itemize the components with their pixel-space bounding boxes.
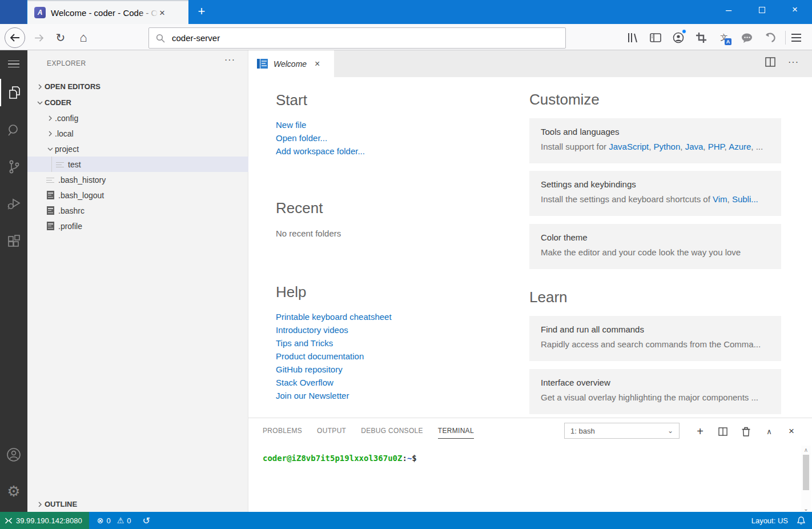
python-link[interactable]: Python (654, 142, 681, 151)
tree-row-project[interactable]: project (27, 141, 248, 157)
card-title: Find and run all commands (541, 324, 770, 334)
home-button[interactable]: ⌂ (76, 30, 91, 45)
library-glyph (627, 33, 638, 43)
learn-heading: Learn (529, 288, 568, 306)
outline-section[interactable]: OUTLINE (27, 496, 248, 512)
undo-icon[interactable] (762, 30, 778, 46)
stack-overflow-link[interactable]: Stack Overflow (276, 376, 392, 389)
search-icon (156, 34, 165, 43)
terminal-scrollbar[interactable]: ∧ ⌄ (801, 446, 811, 512)
browser-tab[interactable]: A Welcome - coder - Code - OS × (27, 0, 188, 24)
editor-more-actions[interactable]: ··· (788, 57, 799, 67)
tree-item-label: .profile (58, 222, 82, 231)
folder-root-row[interactable]: CODER (27, 95, 248, 110)
person-icon (6, 447, 21, 462)
card-title: Color theme (541, 233, 770, 242)
sidebar-toggle-icon[interactable] (648, 30, 664, 46)
add-workspace-folder-link[interactable]: Add workspace folder... (276, 145, 365, 158)
terminal-output[interactable]: coder@iZ8vb7it5p19lxxol367u0Z:~$ (263, 454, 417, 463)
tab-terminal[interactable]: TERMINAL (438, 427, 474, 435)
tree-item-label: .config (55, 114, 78, 123)
explorer-view-icon[interactable] (0, 79, 27, 106)
new-file-link[interactable]: New file (276, 118, 365, 131)
translate-icon[interactable]: 文 A (716, 30, 732, 46)
bell-icon[interactable] (797, 516, 805, 525)
scroll-up-icon[interactable]: ∧ (801, 446, 811, 454)
library-icon[interactable] (625, 30, 641, 46)
scrollbar-thumb[interactable] (803, 455, 809, 490)
settings-keybindings-card[interactable]: Settings and keybindings Install the set… (529, 171, 781, 216)
tab-problems[interactable]: PROBLEMS (263, 427, 302, 435)
welcome-page: Start New file Open folder... Add worksp… (248, 77, 812, 418)
editor-tab-bar: Welcome × ··· (248, 50, 812, 77)
settings-gear-icon[interactable]: ⚙ (0, 478, 27, 505)
account-view-icon[interactable] (0, 441, 27, 468)
tree-row-profile[interactable]: .profile (27, 218, 248, 234)
open-editors-section[interactable]: OPEN EDITORS (27, 79, 248, 94)
app-menu-icon[interactable] (0, 50, 27, 78)
screenshot-icon[interactable] (693, 30, 709, 46)
tree-row-test-selected[interactable]: test (27, 157, 248, 172)
keyboard-cheatsheet-link[interactable]: Printable keyboard cheatsheet (276, 310, 392, 323)
card-description: Make the editor and your code look the w… (541, 247, 770, 257)
tree-row-config[interactable]: .config (27, 110, 248, 126)
open-folder-link[interactable]: Open folder... (276, 131, 365, 145)
history-status[interactable]: ↺ (142, 515, 150, 526)
problems-status[interactable]: ⊗ 0 ⚠ 0 (97, 516, 131, 525)
split-terminal-button[interactable] (717, 425, 729, 438)
remote-host-badge[interactable]: 39.99.190.142:8080 (0, 512, 89, 529)
terminal-user-host: coder@iZ8vb7it5p19lxxol367u0Z (263, 454, 402, 463)
window-close-button[interactable]: × (782, 0, 808, 19)
tab-output[interactable]: OUTPUT (317, 427, 346, 435)
interface-overview-card[interactable]: Interface overview Get a visual overlay … (529, 369, 781, 414)
keyboard-layout-status[interactable]: Layout: US (751, 516, 788, 525)
tree-row-bashrc[interactable]: .bashrc (27, 203, 248, 218)
explorer-more-actions[interactable]: ··· (224, 55, 235, 65)
address-bar[interactable]: coder-server (148, 27, 566, 49)
tree-row-local[interactable]: .local (27, 126, 248, 141)
tree-row-bash-history[interactable]: .bash_history (27, 172, 248, 187)
search-view-icon[interactable] (0, 117, 27, 144)
scroll-down-icon[interactable]: ⌄ (801, 504, 811, 512)
kill-terminal-button[interactable] (739, 425, 752, 438)
split-editor-icon[interactable] (765, 57, 775, 67)
activity-bar: ⚙ (0, 50, 27, 512)
account-notification-dot (682, 29, 686, 34)
new-tab-button[interactable]: + (193, 4, 210, 20)
join-newsletter-link[interactable]: Join our Newsletter (276, 389, 392, 402)
tab-close-icon[interactable]: × (159, 8, 165, 18)
welcome-editor-tab[interactable]: Welcome × (248, 50, 334, 77)
browser-menu-icon[interactable] (788, 30, 804, 46)
php-link[interactable]: PHP (708, 142, 725, 151)
extensions-icon[interactable] (0, 227, 27, 255)
javascript-link[interactable]: JavaScript (609, 142, 649, 151)
back-button[interactable] (5, 27, 25, 48)
tips-and-tricks-link[interactable]: Tips and Tricks (276, 336, 392, 350)
window-maximize-button[interactable] (749, 0, 775, 19)
introductory-videos-link[interactable]: Introductory videos (276, 323, 392, 336)
new-terminal-button[interactable]: + (694, 425, 706, 438)
tools-and-languages-card[interactable]: Tools and languages Install support for … (529, 118, 781, 163)
github-repository-link[interactable]: GitHub repository (276, 363, 392, 376)
color-theme-card[interactable]: Color theme Make the editor and your cod… (529, 224, 781, 269)
account-icon[interactable] (670, 30, 686, 46)
forward-button[interactable] (31, 30, 46, 45)
vim-link[interactable]: Vim (713, 194, 727, 204)
source-control-icon[interactable] (0, 153, 27, 181)
editor-tab-close-icon[interactable]: × (315, 59, 320, 69)
java-link[interactable]: Java (685, 142, 704, 151)
run-debug-icon[interactable] (0, 190, 27, 218)
product-documentation-link[interactable]: Product documentation (276, 350, 392, 363)
tree-row-bash-logout[interactable]: .bash_logout (27, 187, 248, 203)
close-panel-button[interactable]: × (785, 425, 798, 438)
maximize-panel-button[interactable]: ∧ (763, 425, 775, 438)
sublime-link[interactable]: Subli... (732, 194, 758, 204)
window-minimize-button[interactable]: – (715, 0, 742, 19)
azure-link[interactable]: Azure (729, 142, 751, 151)
terminal-shell-select[interactable]: 1: bash ⌄ (564, 423, 680, 439)
chat-icon[interactable] (739, 30, 755, 46)
tab-debug-console[interactable]: DEBUG CONSOLE (361, 427, 423, 435)
reload-button[interactable]: ↻ (53, 30, 68, 45)
menu-glyph (8, 61, 19, 68)
find-commands-card[interactable]: Find and run all commands Rapidly access… (529, 316, 781, 361)
